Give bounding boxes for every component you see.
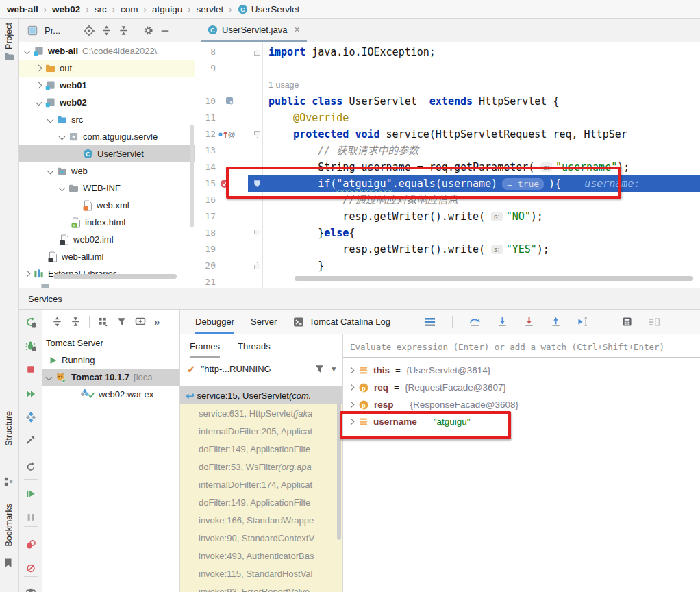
expand-all-icon[interactable]	[52, 317, 62, 327]
collapse-all-icon[interactable]	[118, 25, 129, 36]
thread-selector[interactable]: ✓"http-...RUNNING▾	[180, 358, 342, 380]
project-tree-row-web01[interactable]: web01	[19, 77, 195, 94]
project-tree-row-com-atguigu-servle[interactable]: com.atguigu.servle	[19, 128, 195, 145]
fold-marker[interactable]	[254, 131, 260, 138]
subtab-threads[interactable]: Threads	[238, 335, 271, 358]
stop-icon[interactable]	[26, 365, 36, 374]
tab-server[interactable]: Server	[251, 310, 277, 334]
chevron-right-icon[interactable]	[36, 82, 42, 89]
usages-inlay-hint[interactable]: 1 usage	[268, 77, 299, 93]
toolwindow-button-project[interactable]: Project	[4, 23, 14, 49]
project-tree-row-src[interactable]: src	[19, 111, 195, 128]
expand-all-icon[interactable]	[101, 25, 112, 36]
chevron-right-icon[interactable]	[36, 65, 42, 72]
breadcrumb-item-web-all[interactable]: web-all	[7, 4, 38, 14]
subclass-icon[interactable]	[225, 97, 234, 105]
project-tree-row-out[interactable]: out	[19, 60, 195, 77]
chevron-down-icon[interactable]	[59, 185, 66, 192]
gear-icon[interactable]	[143, 25, 153, 36]
project-tree-row-web02-iml[interactable]: web02.iml	[19, 231, 195, 248]
project-tree-row-web-all-iml[interactable]: web-all.iml	[19, 248, 195, 265]
filter-icon[interactable]	[116, 317, 127, 327]
menu-icon[interactable]	[425, 317, 436, 327]
code-line-8[interactable]: 8import java.io.IOException;	[195, 44, 700, 60]
evaluate-expression-input[interactable]: Evaluate expression (Enter) or add a wat…	[343, 336, 700, 358]
project-horizontal-scrollbar[interactable]	[53, 274, 177, 279]
chevron-down-icon[interactable]	[59, 134, 66, 140]
code-line-9[interactable]: 9	[195, 60, 700, 77]
code-line-11[interactable]: 11@Override	[195, 110, 700, 126]
stack-frame-row-invoke-115-standardhostval[interactable]: invoke:115, StandardHostVal	[180, 565, 342, 582]
hide-icon[interactable]	[160, 26, 170, 36]
mute-breakpoints-icon[interactable]	[25, 563, 36, 574]
refresh-icon[interactable]	[25, 462, 36, 472]
breadcrumb-item-atguigu[interactable]: atguigu	[152, 4, 182, 14]
wrench-icon[interactable]	[25, 434, 36, 445]
add-service-icon[interactable]	[135, 316, 146, 327]
stack-frame-row-service-15-userservlet[interactable]: ↩service:15, UserServlet (com.	[180, 386, 342, 404]
chevron-down-icon[interactable]	[36, 99, 42, 106]
code-line-19[interactable]: 19resp.getWriter().write( s:"YES");	[195, 241, 700, 258]
project-tree-row-index-html[interactable]: Hindex.html	[19, 214, 195, 231]
more-icon[interactable]: »	[154, 317, 160, 327]
breadcrumb-item-servlet[interactable]: servlet	[197, 4, 224, 14]
force-step-into-icon[interactable]	[524, 317, 534, 327]
bookmark-icon[interactable]	[4, 558, 12, 568]
step-into-icon[interactable]	[497, 317, 508, 327]
play-icon[interactable]	[25, 489, 36, 499]
breadcrumb-item-com[interactable]: com	[121, 4, 138, 14]
pause-icon[interactable]	[26, 513, 36, 522]
code-line-13[interactable]: 13// 获取请求中的参数	[195, 143, 700, 159]
layout-icon[interactable]	[649, 317, 660, 327]
tab-userservlet-java[interactable]: CUserServlet.java×	[201, 19, 307, 42]
project-vertical-scrollbar[interactable]	[190, 125, 194, 227]
fold-marker[interactable]	[254, 49, 260, 56]
stack-frame-row-invoke-493-authenticatorbas[interactable]: invoke:493, AuthenticatorBas	[180, 547, 342, 565]
code-line-18[interactable]: 18}else{	[195, 225, 700, 241]
caret-icon[interactable]: ▾	[332, 365, 336, 373]
stack-frame-row-dofilter-53-wsfilter[interactable]: doFilter:53, WsFilter (org.apa	[180, 458, 342, 476]
project-tree-row-web-all[interactable]: web-all C:\code4idea2022\	[19, 42, 195, 60]
step-out-icon[interactable]	[551, 317, 561, 327]
code-line-12[interactable]: 12@protected void service(HttpServletReq…	[195, 126, 700, 143]
chevron-down-icon[interactable]	[46, 374, 53, 381]
project-tree-row-web02[interactable]: web02	[19, 94, 195, 111]
breadcrumb-item-web02[interactable]: web02	[52, 4, 80, 14]
chevron-right-icon[interactable]	[348, 384, 355, 391]
chevron-right-icon[interactable]	[348, 367, 355, 374]
step-over-icon[interactable]	[469, 317, 481, 327]
chevron-down-icon[interactable]	[47, 168, 54, 175]
filter-icon[interactable]	[314, 364, 325, 374]
override-icon[interactable]: @	[218, 130, 235, 139]
code-line-10[interactable]: 10public class UserServlet extends HttpS…	[195, 93, 700, 110]
chevron-down-icon[interactable]	[47, 116, 54, 123]
resume-arrows-icon[interactable]	[25, 388, 36, 399]
stack-frame-row-dofilter-149-applicationfilte[interactable]: doFilter:149, ApplicationFilte	[180, 493, 342, 511]
stack-frame-row-internaldofilter-174-applicat[interactable]: internalDoFilter:174, Applicat	[180, 476, 342, 493]
project-folder-icon[interactable]	[4, 52, 14, 61]
services-tree-row-tomcat-10-1-7[interactable]: Tomcat 10.1.7 [loca	[42, 369, 179, 386]
evaluate-icon[interactable]	[622, 317, 632, 327]
variable-row-this[interactable]: this = {UserServlet@3614}	[343, 362, 700, 379]
breadcrumb-item-src[interactable]: src	[95, 4, 107, 14]
stack-frame-row-invoke-93-errorreportvalve[interactable]: invoke:93, ErrorReportValve	[180, 582, 342, 592]
rerun-icon[interactable]	[25, 317, 36, 328]
debug-icon[interactable]	[25, 341, 36, 352]
project-tree-row-userservlet[interactable]: CUserServlet	[19, 145, 195, 162]
services-tree-row-web02-war-ex[interactable]: web02:war ex	[42, 386, 179, 403]
stack-frame-row-invoke-90-standardcontextv[interactable]: invoke:90, StandardContextV	[180, 529, 342, 547]
camera-icon[interactable]	[25, 587, 36, 592]
project-tree-row-web-inf[interactable]: WEB-INF	[19, 180, 195, 197]
code-editor[interactable]: 8import java.io.IOException;91 usage10pu…	[195, 42, 700, 288]
code-line-17[interactable]: 17resp.getWriter().write( s:"NO");	[195, 208, 700, 225]
chevron-right-icon[interactable]	[24, 271, 31, 278]
collapse-all-icon[interactable]	[71, 317, 81, 327]
editor-horizontal-scrollbar[interactable]	[295, 276, 693, 281]
services-tree-row-tomcat-server[interactable]: Tomcat Server	[42, 334, 179, 352]
tab-debugger[interactable]: Debugger	[195, 310, 234, 334]
chevron-right-icon[interactable]	[348, 402, 355, 408]
variable-row-req[interactable]: preq = {RequestFacade@3607}	[343, 379, 700, 396]
project-tree-row-web[interactable]: web	[19, 162, 195, 180]
fold-marker[interactable]	[254, 230, 260, 236]
close-icon[interactable]: ×	[294, 24, 299, 35]
